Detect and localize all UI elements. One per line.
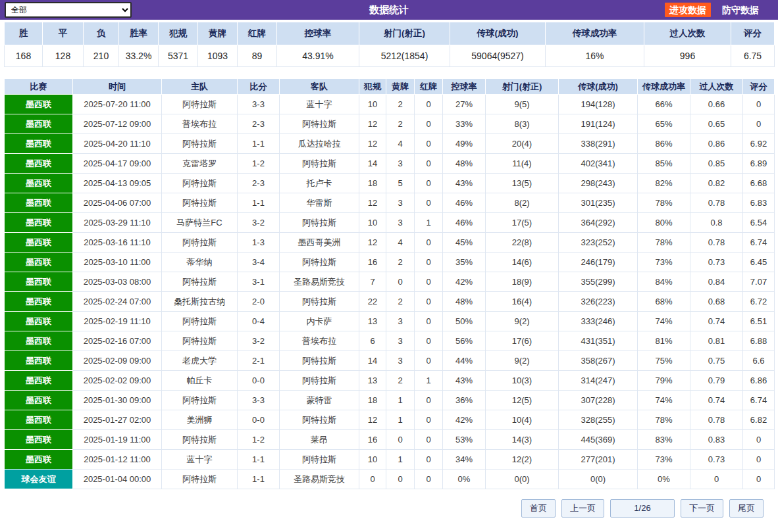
table-cell: 克雷塔罗 bbox=[162, 154, 238, 174]
table-cell: 阿特拉斯 bbox=[280, 154, 359, 174]
table-row: 墨西联2025-07-12 09:00普埃布拉2-3阿特拉斯122033%8(3… bbox=[5, 114, 775, 134]
table-cell: 301(235) bbox=[559, 193, 638, 213]
table-cell: 33% bbox=[443, 114, 486, 134]
table-cell: 阿特拉斯 bbox=[162, 272, 238, 292]
table-cell: 12 bbox=[359, 410, 386, 430]
league-badge: 墨西联 bbox=[5, 272, 73, 292]
table-cell: 80% bbox=[638, 213, 690, 233]
table-cell: 0(0) bbox=[559, 470, 638, 489]
table-cell: 阿特拉斯 bbox=[280, 213, 359, 233]
summary-value-cell: 210 bbox=[84, 45, 119, 67]
table-cell: 0.65 bbox=[690, 114, 743, 134]
table-cell: 2025-03-16 11:10 bbox=[73, 233, 162, 253]
table-cell: 6.51 bbox=[743, 312, 775, 331]
table-cell: 43% bbox=[443, 371, 486, 391]
table-cell: 13(5) bbox=[486, 174, 559, 193]
table-cell: 3 bbox=[386, 213, 415, 233]
table-cell: 10(3) bbox=[486, 371, 559, 391]
table-cell: 6.45 bbox=[743, 253, 775, 272]
league-badge: 墨西联 bbox=[5, 114, 73, 134]
table-cell: 0 bbox=[415, 331, 443, 351]
defense-data-button[interactable]: 防守数据 bbox=[717, 3, 764, 17]
table-cell: 0 bbox=[415, 174, 443, 193]
table-cell: 1-1 bbox=[238, 134, 280, 154]
table-cell: 2025-04-17 09:00 bbox=[73, 154, 162, 174]
table-cell: 普埃布拉 bbox=[162, 114, 238, 134]
table-cell: 74% bbox=[638, 391, 690, 410]
table-cell: 2025-02-16 07:00 bbox=[73, 331, 162, 351]
summary-header-cell: 黄牌 bbox=[198, 22, 238, 45]
prev-page-button[interactable]: 上一页 bbox=[561, 499, 604, 518]
table-cell: 191(124) bbox=[559, 114, 638, 134]
table-cell: 0 bbox=[415, 114, 443, 134]
table-cell: 34% bbox=[443, 450, 486, 470]
match-header-cell: 红牌 bbox=[415, 79, 443, 95]
league-badge: 墨西联 bbox=[5, 312, 73, 331]
last-page-button[interactable]: 尾页 bbox=[729, 499, 764, 518]
table-cell: 13 bbox=[359, 371, 386, 391]
table-cell: 84% bbox=[638, 272, 690, 292]
table-row: 墨西联2025-04-17 09:00克雷塔罗1-2阿特拉斯143048%11(… bbox=[5, 154, 775, 174]
table-cell: 17(5) bbox=[486, 213, 559, 233]
table-row: 球会友谊2025-01-04 00:00阿特拉斯1-1圣路易斯竞技0000%0(… bbox=[5, 470, 775, 489]
table-cell: 0.68 bbox=[690, 292, 743, 312]
table-cell: 0-0 bbox=[238, 410, 280, 430]
attack-data-button[interactable]: 进攻数据 bbox=[665, 3, 711, 17]
summary-value-cell: 168 bbox=[5, 45, 43, 67]
table-cell: 0.79 bbox=[690, 371, 743, 391]
table-cell: 阿特拉斯 bbox=[280, 371, 359, 391]
table-row: 墨西联2025-01-12 11:00蓝十字1-1阿特拉斯101034%12(2… bbox=[5, 450, 775, 470]
table-cell: 2 bbox=[386, 292, 415, 312]
table-cell: 3-3 bbox=[238, 391, 280, 410]
table-cell: 墨西哥美洲 bbox=[280, 233, 359, 253]
table-cell: 0 bbox=[386, 430, 415, 450]
match-header-cell: 时间 bbox=[73, 79, 162, 95]
table-cell: 0.84 bbox=[690, 272, 743, 292]
table-cell: 36% bbox=[443, 391, 486, 410]
topbar-buttons: 进攻数据 防守数据 bbox=[665, 3, 764, 17]
table-cell: 0 bbox=[415, 450, 443, 470]
table-cell: 2 bbox=[386, 114, 415, 134]
table-cell: 1-1 bbox=[238, 193, 280, 213]
table-cell: 14(6) bbox=[486, 253, 559, 272]
table-cell: 瓜达拉哈拉 bbox=[280, 134, 359, 154]
league-filter-select[interactable]: 全部 bbox=[5, 2, 132, 18]
table-cell: 0 bbox=[386, 470, 415, 489]
table-cell: 0 bbox=[415, 351, 443, 371]
table-cell: 0.78 bbox=[690, 193, 743, 213]
table-row: 墨西联2025-03-29 11:10马萨特兰FC3-2阿特拉斯103146%1… bbox=[5, 213, 775, 233]
table-row: 墨西联2025-04-20 11:10阿特拉斯1-1瓜达拉哈拉124049%20… bbox=[5, 134, 775, 154]
table-cell: 桑托斯拉古纳 bbox=[162, 292, 238, 312]
table-cell: 14(3) bbox=[486, 430, 559, 450]
match-header-cell: 传球(成功) bbox=[559, 79, 638, 95]
table-row: 墨西联2025-03-16 11:10阿特拉斯1-3墨西哥美洲124045%22… bbox=[5, 233, 775, 253]
table-cell: 阿特拉斯 bbox=[162, 193, 238, 213]
next-page-button[interactable]: 下一页 bbox=[681, 499, 723, 518]
table-cell: 0 bbox=[743, 470, 775, 489]
summary-header-cell: 平 bbox=[43, 22, 84, 45]
table-cell: 14 bbox=[359, 154, 386, 174]
table-cell: 6.86 bbox=[743, 371, 775, 391]
summary-value-cell: 6.75 bbox=[731, 45, 775, 67]
table-cell: 17(6) bbox=[486, 331, 559, 351]
table-cell: 9(5) bbox=[486, 95, 559, 114]
table-cell: 6.54 bbox=[743, 213, 775, 233]
table-cell: 14 bbox=[359, 351, 386, 371]
summary-header-cell: 控球率 bbox=[277, 22, 359, 45]
match-header-cell: 客队 bbox=[280, 79, 359, 95]
table-cell: 6.83 bbox=[743, 193, 775, 213]
table-cell: 78% bbox=[638, 193, 690, 213]
match-header-cell: 评分 bbox=[743, 79, 775, 95]
table-cell: 6.6 bbox=[743, 351, 775, 371]
match-table: 比赛时间主队比分客队犯规黄牌红牌控球率射门(射正)传球(成功)传球成功率过人次数… bbox=[4, 78, 775, 489]
table-row: 墨西联2025-07-20 11:00阿特拉斯3-3蓝十字102027%9(5)… bbox=[5, 95, 775, 114]
table-cell: 338(291) bbox=[559, 134, 638, 154]
table-cell: 0 bbox=[415, 391, 443, 410]
league-badge: 墨西联 bbox=[5, 391, 73, 410]
table-cell: 0.83 bbox=[690, 430, 743, 450]
first-page-button[interactable]: 首页 bbox=[521, 499, 556, 518]
table-row: 墨西联2025-04-13 09:05阿特拉斯2-3托卢卡185043%13(5… bbox=[5, 174, 775, 193]
table-cell: 0 bbox=[415, 410, 443, 430]
table-cell: 22(8) bbox=[486, 233, 559, 253]
table-cell: 326(223) bbox=[559, 292, 638, 312]
